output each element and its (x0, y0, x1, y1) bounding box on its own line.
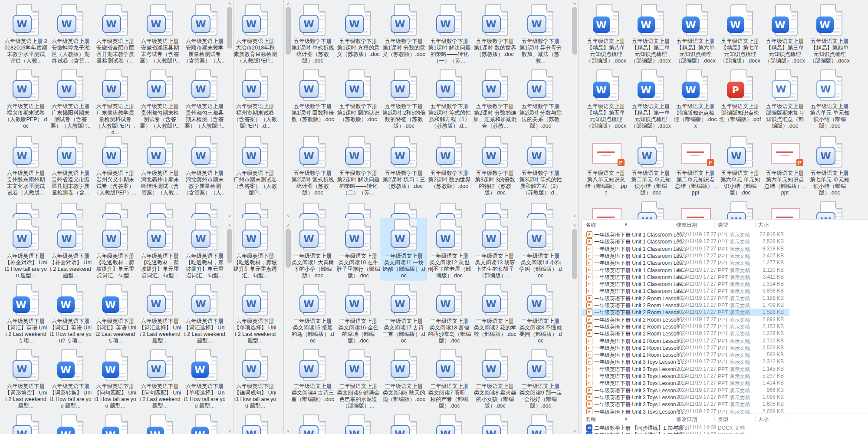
file-item[interactable]: W (290, 414, 335, 434)
file-item[interactable]: W (138, 202, 182, 218)
scroll-up-icon[interactable]: ∧ (570, 223, 579, 228)
file-row[interactable]: P一年级英语下册 Unit 3 Toys Lesson 2 ...2024/11… (582, 379, 789, 387)
file-item[interactable]: W六年级英语上册 贵州黔东南州期末文化水平测试试卷（人教版... (3, 135, 48, 198)
scroll-up-icon[interactable]: ∧ (225, 223, 234, 228)
file-item[interactable]: W六年级英语下册 【词汇】英语 Unit2 Last weekend 专项... (93, 283, 138, 346)
file-item[interactable]: W五年级语文上册 第七单元 单元知识小结（部编版）.doc (807, 135, 852, 198)
file-row[interactable]: P一年级英语下册 Unit 1 Classroom Les...2024/11/… (582, 259, 789, 266)
file-row[interactable]: P一年级英语下册 Unit 1 Classroom Les...2024/11/… (582, 231, 789, 238)
file-item[interactable]: W (518, 202, 563, 218)
file-row[interactable]: P一年级英语下册 Unit 2 Room Lesson ...2024/11/1… (582, 295, 789, 302)
file-item[interactable]: W六年级英语下册 【单项选择】 Unit 2 Last weekend 题型..… (233, 283, 278, 346)
file-item[interactable]: W (628, 201, 673, 219)
file-item[interactable]: W三年级语文上册 类文阅读12 总也倒不了的老屋（部编版）.doc (427, 218, 472, 281)
file-item[interactable]: W六年级英语下册 【词汇选择】 Unit 2 Last weekend 题型..… (182, 283, 227, 346)
file-row[interactable]: P一年级英语下册 Unit 3 Toys Lesson 1 ...2024/11… (582, 358, 789, 365)
file-item[interactable]: W三年级语文上册 类文阅读16 金色的草地（部编版）.doc (335, 283, 381, 346)
file-item[interactable]: W (518, 414, 563, 434)
column-header-大小[interactable]: 大小 (758, 416, 769, 423)
scroll-up-icon[interactable]: ∧ (570, 1, 579, 6)
file-item[interactable]: W (233, 202, 278, 218)
file-item[interactable]: W六年级英语上册 广东揭阳科期末测试卷（含答案）（人教版P... (48, 69, 93, 131)
file-row[interactable]: P一年级英语下册 Unit 1 Classroom Les...2024/11/… (582, 280, 789, 288)
file-item[interactable]: W三年级语文上册 类文阅读1 大青树下的小学（部编版）.doc (290, 218, 335, 281)
file-row[interactable]: P一年级英语下册 Unit 2 Room Lesson ...2024/11/1… (582, 302, 789, 309)
file-item[interactable]: W三年级语文上册 类文阅读9 那一定会很好（部编版）.doc (518, 349, 563, 411)
file-item[interactable]: W五年级数学下册 第2课时 练习十三（苏教版）.doc (381, 135, 427, 198)
file-item[interactable]: W五年级数学下册 第2课时 2和5的倍数的特征（苏教版）.doc (381, 69, 427, 131)
file-item[interactable]: W六年级英语下册 【补全对话】 Unit1 How tall are you 题… (3, 218, 48, 281)
file-item[interactable]: W五年级数学下册 第1课时 解决问题的策略——转化（一）（苏... (427, 3, 472, 66)
file-item[interactable]: W五年级语文上册 部编版期末复习知识点汇总（部编版）.doc (763, 69, 807, 131)
file-item[interactable]: W三年级语文上册 类文阅读8 卖火柴的小女孩（部编版）.doc (472, 349, 518, 411)
file-item[interactable]: W五年级语文上册 第六单元 单元知识小结（部编版）.doc (718, 135, 763, 198)
file-item[interactable]: W五年级数学下册 第1课时 异分母分数加、减法（苏教... (518, 3, 563, 66)
file-item[interactable]: W三年级语文上册 类文阅读2 花的学校（部编版）.doc (472, 283, 518, 346)
file-item[interactable]: W六年级英语上册 广东肇庆教学质量检测科试卷（人教版PEP）.d... (93, 69, 138, 131)
file-item[interactable]: W (290, 202, 335, 218)
file-item[interactable]: W六年级英语下册 【单项选择】 Unit1 How tall are you 题… (182, 349, 227, 411)
file-item[interactable]: W (427, 202, 472, 218)
scrollbar[interactable]: ∧∨∧∨ (283, 0, 292, 434)
file-item[interactable]: W六年级英语上册 河北冀州市期末教学质量检测（含答案）（人... (182, 135, 227, 198)
file-item[interactable]: W三年级语文上册 类文阅读4 古诗三首（部编版）.doc (290, 349, 335, 411)
scroll-down-icon[interactable]: ∨ (225, 428, 234, 434)
scrollbar[interactable]: ∧∨∧∨ (225, 0, 233, 434)
scrollbar[interactable]: ∧∨∧∨ (570, 0, 579, 434)
file-item[interactable]: W三年级语文上册 类文阅读14 小狗学叫（部编版）.doc (518, 218, 563, 281)
file-item[interactable]: W五年级语文上册 【精品】第三单元知识点梳理（部编版）.docx (763, 3, 807, 66)
column-header-类型[interactable]: 类型 (718, 221, 728, 229)
file-item[interactable]: W五年级数学下册 第1课时 分数的意义（苏教版）.doc (381, 3, 427, 66)
file-item[interactable]: W (472, 414, 518, 434)
file-row[interactable]: P一年级英语下册 Unit 3 Toys Lesson 1 ...2024/11… (582, 372, 789, 380)
file-row[interactable]: P一年级英语下册 Unit 2 Room Lesson ...2024/11/1… (582, 344, 789, 352)
file-item[interactable]: W五年级数学下册 第2课时 数的世界（苏教版）.doc (427, 135, 472, 198)
file-item[interactable]: P (584, 201, 628, 219)
file-item[interactable]: W六年级英语下册 【词形填空】 Unit 2 Last weekend 题型..… (3, 349, 48, 411)
column-header-大小[interactable]: 大小 (758, 221, 769, 229)
file-item[interactable]: W (381, 202, 427, 218)
file-item[interactable]: W (381, 414, 427, 434)
file-item[interactable]: W (3, 414, 48, 434)
scroll-up-icon[interactable]: ∧ (284, 1, 293, 6)
file-item[interactable]: W六年级英语下册 【词汇】英语 Unit1 How tall are you? … (48, 283, 93, 346)
file-item[interactable]: W三年级语文上册 类文阅读11 一块奶酪（部编版）.doc (381, 218, 427, 281)
file-item[interactable]: P (673, 201, 718, 219)
file-item[interactable]: W (138, 414, 182, 434)
file-row[interactable]: P一年级英语下册 Unit 2 Room Lesson ...2024/11/1… (582, 309, 789, 316)
file-row[interactable]: P一年级英语下册 Unit 3 Toys Lesson 2 ...2024/11… (582, 394, 789, 401)
file-row[interactable]: P一年级英语下册 Unit 2 Room Lesson ...2024/11/1… (582, 330, 789, 337)
file-item[interactable]: W六年级英语下册 【吃透教材，爬坡提升】单元重点词汇、句型... (182, 218, 227, 281)
column-header-名称[interactable]: 名称 (585, 416, 596, 423)
file-item[interactable]: W六年级英语上册 安徽省濉溪县期末考试卷（含答案）（人教版P... (138, 3, 182, 66)
file-item[interactable]: P五年级语文上册 第八单元知识总结（部编版） .ppt (584, 135, 628, 198)
file-item[interactable]: W六年级英语下册 【词汇选择】 Unit 2 Last weekend 题型..… (138, 283, 182, 346)
file-item[interactable]: W六年级英语下册 【连词成句】 Unit1 How tall are you 题… (233, 349, 278, 411)
file-item[interactable]: W六年级英语上册 贵州省遵义市湄潭县期末教学质量检测卷（含... (48, 135, 93, 198)
file-item[interactable]: W五年级数学下册 第1课时 方程的意义（苏教版）.doc (335, 3, 381, 66)
file-item[interactable]: W五年级语文上册 【精品】第六单元知识点梳理（部编版）.docx (673, 3, 718, 66)
file-item[interactable]: W六年级英语下册 【吃透教材，爬坡提升】单元重点词汇、句型... (93, 218, 138, 281)
file-item[interactable]: W三年级语文上册 类文阅读18 富饶的西沙群岛（部编版）.doc (427, 283, 472, 346)
file-item[interactable]: W五年级数学下册 第1课时 圆的认识（苏教版）.doc (335, 69, 381, 131)
file-row[interactable]: P一年级英语下册 Unit 1 Classroom Les...2024/11/… (582, 266, 789, 274)
file-item[interactable]: W五年级数学下册 第1课时 因数和倍数（苏教版）.doc (290, 69, 335, 131)
file-item[interactable]: W六年级英语上册 贵州兴义市期末试卷（含答案）（人教版PEP）... (93, 135, 138, 198)
file-item[interactable]: W五年级语文上册 【精品】第一单元知识点梳理（部编版）.docx (628, 69, 673, 131)
file-item[interactable]: W五年级语文上册 【精品】第七单元知识点梳理（部编版）.docx (718, 3, 763, 66)
file-item[interactable]: W六年级英语上册 安徽省合肥市肥西县期末教学质量检测试卷（... (93, 3, 138, 66)
file-item[interactable]: W六年级英语上册 安徽蚌埠龙子湖区（人教版）期终试卷（含答... (48, 3, 93, 66)
file-row[interactable]: W二年级数学上册 【同步讲练】1.加与减 ...2024/11/14 14:08… (582, 424, 789, 431)
column-header-修改日期[interactable]: 修改日期 (676, 416, 697, 423)
file-item[interactable]: W三年级语文上册 类文阅读5 铺满金色巴掌的水泥道（部编版）... (335, 349, 381, 411)
scrollbar-thumb[interactable] (572, 229, 577, 279)
file-item[interactable]: W六年级英语上册 大冶市2018年秋素质教育目标检测（人教版PEP... (233, 3, 278, 66)
file-item[interactable]: W三年级语文上册 类文阅读15 搭船的鸟（部编版）.doc (290, 283, 335, 346)
file-item[interactable]: W三年级语文上册 类文阅读13 胡萝卜先生的长胡子（部编版）... (472, 218, 518, 281)
file-item[interactable]: W六年级英语上册 福泉市期末试卷（人教版PEP）.doc (3, 69, 48, 131)
file-item[interactable]: P五年级语文上册 第二单元知识点总结（部编版） .ppt (673, 135, 718, 198)
file-item[interactable]: W三年级语文上册 类文阅读3 不懂就要问（部编版）.doc (518, 283, 563, 346)
file-row[interactable]: P一年级英语下册 Unit 1 Classroom Les...2024/11/… (582, 238, 789, 245)
file-row[interactable]: P一年级英语下册 Unit 3 Toys Lesson 3 ...2024/11… (582, 401, 789, 408)
file-item[interactable]: W六年级英语下册 【问句匹配】 Unit1 How tall are you 题… (93, 349, 138, 411)
